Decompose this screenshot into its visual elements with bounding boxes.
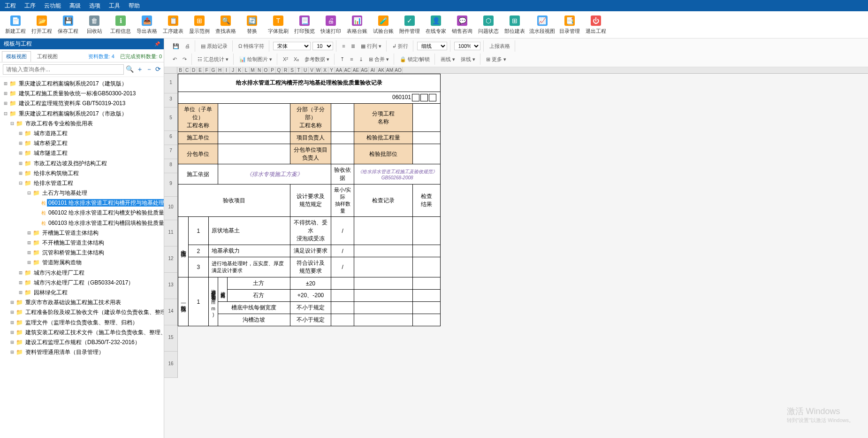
tree-view[interactable]: ⊞📁重庆建设工程档案编制系统2017（建筑版）⊞📁建筑工程施工质量验收统一标准G… <box>0 77 164 438</box>
tree-node[interactable]: ⊞📁城市桥梁工程 <box>1 138 163 148</box>
tree-node[interactable]: ⊞📁监理文件（监理单位负责收集、整理、归档） <box>1 318 163 328</box>
merge-button[interactable]: ⊞ 合并 ▾ <box>367 55 391 64</box>
col-header[interactable]: AA <box>335 67 343 73</box>
tree-node[interactable]: ⊞📁城市污水处理厂工程（GB50334-2017） <box>1 278 163 288</box>
tree-node[interactable]: 检060101 给水排水管道工程沟槽开挖与地基处理检 <box>1 198 163 208</box>
tab-template-view[interactable]: 模板视图 <box>2 51 31 62</box>
tree-node[interactable]: ⊟📁重庆建设工程档案编制系统2017（市政版） <box>1 109 163 119</box>
tree-node[interactable]: ⊞📁开槽施工管道主体结构 <box>1 228 163 238</box>
menu-工程[interactable]: 工程 <box>5 2 16 10</box>
toolbar-快速打印[interactable]: 🖨快速打印 <box>319 12 343 38</box>
remove-icon[interactable]: － <box>146 65 152 74</box>
col-header[interactable]: AI <box>369 67 377 73</box>
summary-button[interactable]: ☷ 汇总统计 ▾ <box>196 55 230 64</box>
toolbar-字体批刷[interactable]: T字体批刷 <box>266 12 290 38</box>
font-select[interactable]: 宋体 <box>273 42 311 50</box>
tree-node[interactable]: ⊟📁给排水管道工程 <box>1 178 163 188</box>
tree-node[interactable]: ⊞📁建筑安装工程竣工技术文件（施工单位负责收集、整理、归档 <box>1 328 163 338</box>
toolbar-显示范例[interactable]: ⊞显示范例 <box>188 12 211 38</box>
super-icon[interactable]: X² <box>281 55 290 63</box>
col-header[interactable]: W <box>315 67 322 73</box>
col-header[interactable]: T <box>296 67 302 73</box>
refresh-icon[interactable]: ⟳ <box>155 65 161 74</box>
tab-project-view[interactable]: 工程视图 <box>33 51 62 62</box>
tree-node[interactable]: ⊞📁资料管理通用清单（目录管理） <box>1 347 163 357</box>
col-header[interactable]: L <box>243 67 250 73</box>
col-header[interactable]: AK <box>377 67 386 73</box>
col-header[interactable]: AO <box>394 67 403 73</box>
col-header[interactable]: E <box>197 67 204 73</box>
toolbar-保存工程[interactable]: 💾保存工程 <box>56 12 80 38</box>
more-button[interactable]: ⊞ 更多 ▾ <box>484 55 508 64</box>
search-icon[interactable]: 🔍 <box>126 65 134 74</box>
col-header[interactable]: AG <box>360 67 369 73</box>
tree-node[interactable]: 检060102 给水排水管道工程沟槽支护检验批质量验 <box>1 208 163 218</box>
original-record-button[interactable]: ▤ 原始记录 <box>199 42 229 51</box>
tree-node[interactable]: ⊞📁城市隧道工程 <box>1 148 163 158</box>
row-header[interactable]: 16 <box>164 352 177 378</box>
pin-icon[interactable]: 📌 <box>154 41 160 46</box>
row-header[interactable]: 1 <box>164 74 177 93</box>
row-header[interactable]: 7 <box>164 145 177 159</box>
toolbar-工序建表[interactable]: 📋工序建表 <box>161 12 185 38</box>
document-table[interactable]: 给水排水管道工程沟槽开挖与地基处理检验批质量验收记录 060101 单位（子单位… <box>178 74 441 326</box>
eraseline-button[interactable]: 抹线 ▾ <box>459 55 477 64</box>
spreadsheet[interactable]: BCDEFGHIJKLMNOPQRSTUVWXYAAACAEAGAIAKAMAO… <box>164 67 868 438</box>
tree-node[interactable]: ⊞📁重庆市市政基础设施工程施工技术用表 <box>1 298 163 307</box>
sub-icon[interactable]: X₂ <box>292 55 301 63</box>
toolbar-问题状态[interactable]: ⬡问题状态 <box>477 12 500 38</box>
row-header[interactable]: 3 <box>164 93 177 108</box>
menu-高级[interactable]: 高级 <box>69 2 81 10</box>
valign-top-icon[interactable]: ⤒ <box>338 55 346 63</box>
col-header[interactable]: C <box>184 67 190 73</box>
row-header[interactable]: 15 <box>164 325 177 352</box>
row-header[interactable]: 9 <box>164 173 177 197</box>
row-header[interactable]: 14 <box>164 299 177 325</box>
tree-node[interactable]: ⊞📁园林绿化工程 <box>1 288 163 298</box>
tree-node[interactable]: ⊞📁市政工程边坡及挡护结构工程 <box>1 159 163 169</box>
toolbar-退出工程[interactable]: ⏻退出工程 <box>584 12 608 38</box>
tree-node[interactable]: ⊟📁市政工程各专业检验批用表 <box>1 119 163 129</box>
search-input[interactable] <box>3 64 124 75</box>
col-header[interactable]: R <box>282 67 289 73</box>
align-left-icon[interactable]: ≡ <box>340 42 347 50</box>
toolbar-查找表格[interactable]: 🔍查找表格 <box>214 12 237 38</box>
tree-node[interactable]: ⊞📁沉管和桥管施工主体结构 <box>1 248 163 258</box>
toolbar-打开工程[interactable]: 📂打开工程 <box>30 12 53 38</box>
row-header[interactable]: 6 <box>164 131 177 145</box>
row-header[interactable]: 5 <box>164 108 177 131</box>
col-header[interactable]: B <box>177 67 184 73</box>
row-header[interactable]: 8 <box>164 159 177 173</box>
col-header[interactable]: X <box>322 67 328 73</box>
menu-工序[interactable]: 工序 <box>24 2 36 10</box>
col-header[interactable]: G <box>210 67 217 73</box>
menu-工具[interactable]: 工具 <box>109 2 120 10</box>
chart-button[interactable]: 📊 绘制图片 ▾ <box>237 55 274 64</box>
redo-icon[interactable]: ↷ <box>181 55 189 63</box>
col-header[interactable]: P <box>269 67 276 73</box>
toolbar-导出表格[interactable]: 📤导出表格 <box>135 12 159 38</box>
col-header[interactable]: I <box>223 67 230 73</box>
toolbar-目录管理[interactable]: 📑目录管理 <box>558 12 581 38</box>
tree-node[interactable]: ⊞📁管道附属构造物 <box>1 258 163 268</box>
col-header[interactable]: AM <box>386 67 394 73</box>
size-select[interactable]: 10 <box>312 42 333 50</box>
row-header[interactable]: 12 <box>164 246 177 273</box>
toolbar-试验台账[interactable]: 🧪试验台账 <box>372 12 395 38</box>
drawline-button[interactable]: 画线 ▾ <box>439 55 457 64</box>
toolbar-附件管理[interactable]: ✓附件管理 <box>398 12 421 38</box>
col-header[interactable]: H <box>217 67 223 73</box>
toolbar-工程信息[interactable]: ℹ工程信息 <box>109 12 132 38</box>
row-header[interactable]: 13 <box>164 273 177 299</box>
upload-button[interactable]: 上报表格 <box>487 42 512 51</box>
col-header[interactable]: AE <box>352 67 360 73</box>
tree-node[interactable]: ⊞📁建设工程监理规范资料库 GB/T50319-2013 <box>1 99 163 108</box>
tree-node[interactable]: ⊞📁工程准备阶段及竣工验收文件（建设单位负责收集、整理、 <box>1 307 163 317</box>
wrap-button[interactable]: ↲ 折行 <box>390 42 410 51</box>
lock-button[interactable]: 🔒 锁定/解锁 <box>398 55 432 64</box>
align-center-icon[interactable]: ≣ <box>349 42 357 50</box>
toolbar-部位建表[interactable]: ⊞部位建表 <box>503 12 526 38</box>
tree-node[interactable]: ⊞📁建设工程监理工作规程（DBJ50/T-232-2016） <box>1 338 163 347</box>
toolbar-流水段视图[interactable]: 📈流水段视图 <box>529 12 555 38</box>
tree-node[interactable]: ⊞📁建筑工程施工质量验收统一标准GB50300-2013 <box>1 89 163 99</box>
